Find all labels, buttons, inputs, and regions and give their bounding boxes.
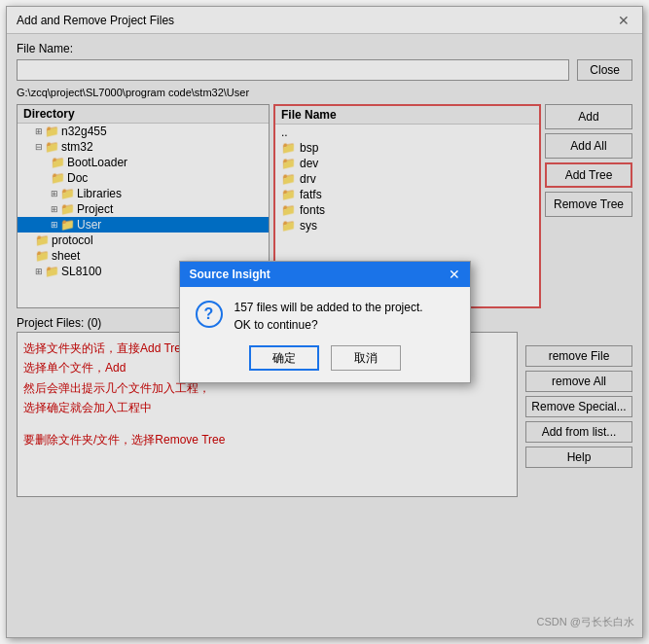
- si-cancel-button[interactable]: 取消: [331, 345, 401, 371]
- si-body: ? 157 files will be added to the project…: [180, 287, 470, 382]
- si-message-line2: OK to continue?: [234, 316, 423, 334]
- si-question-icon: ?: [196, 301, 223, 328]
- si-confirm-button[interactable]: 确定: [249, 345, 319, 371]
- main-dialog: Add and Remove Project Files ✕ File Name…: [6, 6, 643, 638]
- overlay: Source Insight ✕ ? 157 files will be add…: [7, 7, 642, 637]
- si-message-row: ? 157 files will be added to the project…: [196, 299, 454, 334]
- si-message: 157 files will be added to the project. …: [234, 299, 423, 334]
- si-title-bar: Source Insight ✕: [180, 262, 470, 287]
- si-buttons: 确定 取消: [196, 345, 454, 371]
- si-title-text: Source Insight: [190, 268, 270, 281]
- source-insight-dialog: Source Insight ✕ ? 157 files will be add…: [179, 261, 471, 383]
- si-close-icon[interactable]: ✕: [449, 267, 460, 282]
- si-message-line1: 157 files will be added to the project.: [234, 299, 423, 316]
